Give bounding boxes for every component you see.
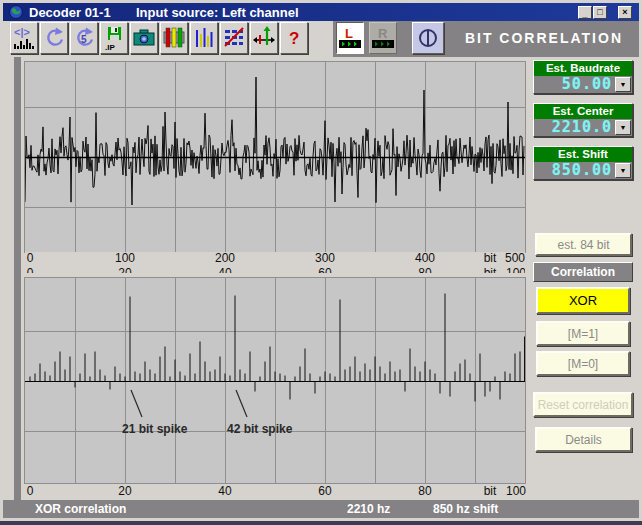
right-channel-icon: R: [371, 25, 395, 51]
save-ip-icon: .IP: [102, 25, 126, 51]
screenshot-button[interactable]: [130, 22, 158, 54]
axis-tick: 100: [506, 485, 526, 498]
status-bar: XOR correlation 2210 hz 850 hz shift: [3, 500, 639, 518]
axis-tick: 80: [418, 485, 431, 498]
upper-plot-canvas: [25, 62, 525, 252]
toolbar: <|> 5 .IP: [3, 21, 333, 57]
axis-tick: 20: [118, 267, 131, 273]
phase-button[interactable]: [412, 22, 444, 54]
status-center-freq: 2210 hz: [347, 502, 390, 516]
maximize-button[interactable]: □: [593, 6, 607, 19]
details-button[interactable]: Details: [535, 427, 632, 452]
axis-tick: 40: [218, 267, 231, 273]
toolbar-right: L R BIT CORRELATION: [333, 21, 639, 57]
refresh-icon: [42, 25, 66, 51]
lower-top-axis-clipped: 0 20 40 60 80 bit 100: [25, 267, 525, 273]
lower-correlation-plot: 21 bit spike 42 bit spike: [25, 278, 525, 483]
refresh-5-button[interactable]: 5: [70, 22, 98, 54]
minimize-button[interactable]: _: [578, 6, 592, 19]
refresh-button[interactable]: [40, 22, 68, 54]
axis-unit-label: bit: [484, 485, 497, 498]
svg-text:.IP: .IP: [105, 43, 115, 51]
title-bar[interactable]: Decoder 01-1 Input source: Left channel …: [3, 3, 639, 21]
axis-tick: 100: [506, 267, 525, 273]
spectrum-zoom-icon: <|>: [12, 25, 36, 51]
decoder-window: Decoder 01-1 Input source: Left channel …: [0, 0, 642, 525]
svg-text:<|>: <|>: [14, 26, 30, 38]
axis-tick: 60: [318, 485, 331, 498]
est-shift-display: 850.00 ▼: [534, 162, 632, 179]
help-button[interactable]: ?: [280, 22, 308, 54]
color-bars-icon: [162, 25, 186, 51]
axis-tick: 200: [215, 252, 235, 265]
refresh-5-icon: 5: [72, 25, 96, 51]
circle-phase-icon: [416, 26, 440, 50]
page-title: BIT CORRELATION: [465, 30, 623, 46]
axis-tick: 400: [415, 252, 435, 265]
left-channel-icon: L: [338, 25, 362, 51]
svg-text:R: R: [378, 26, 388, 41]
correlation-section-header: Correlation: [533, 262, 633, 282]
est-baudrate-display: 50.00 ▼: [534, 76, 632, 93]
axis-tick: 20: [118, 485, 131, 498]
axis-unit-label: bit: [484, 267, 497, 273]
m0-button[interactable]: [M=0]: [536, 351, 630, 376]
svg-text:5: 5: [81, 34, 87, 45]
close-button[interactable]: ×: [618, 6, 632, 19]
est-center-display: 2210.0 ▼: [534, 119, 632, 136]
est-shift-value: 850.00: [552, 162, 612, 179]
chevron-down-icon: ▼: [620, 124, 627, 131]
axis-unit-label: bit: [484, 252, 497, 265]
left-channel-button[interactable]: L: [336, 22, 364, 54]
svg-text:?: ?: [289, 29, 299, 48]
chevron-down-icon: ▼: [620, 167, 627, 174]
svg-text:L: L: [345, 26, 353, 41]
right-channel-button[interactable]: R: [369, 22, 397, 54]
spike-annotation: 21 bit spike: [122, 422, 187, 436]
globe-icon: [9, 5, 23, 19]
axis-tick: 60: [318, 267, 331, 273]
minimize-icon: _: [582, 9, 587, 19]
spike-annotation: 42 bit spike: [227, 422, 292, 436]
help-icon: ?: [282, 25, 306, 51]
left-groove: [14, 57, 21, 500]
spectrum-lines-icon: [192, 25, 216, 51]
est-baudrate-value: 50.00: [562, 76, 612, 93]
close-icon: ×: [622, 7, 627, 17]
est-baudrate-box: Est. Baudrate 50.00 ▼: [533, 60, 633, 94]
upper-correlation-plot: [25, 62, 525, 252]
axis-tick: 0: [27, 485, 34, 498]
chevron-down-icon: ▼: [620, 81, 627, 88]
grid-off-icon: [222, 25, 246, 51]
save-ip-button[interactable]: .IP: [100, 22, 128, 54]
est-baudrate-dropdown[interactable]: ▼: [615, 77, 631, 92]
est-center-box: Est. Center 2210.0 ▼: [533, 103, 633, 137]
axis-tick: 0: [27, 252, 34, 265]
color-bars-button[interactable]: [160, 22, 188, 54]
est-shift-box: Est. Shift 850.00 ▼: [533, 146, 633, 180]
grid-off-button[interactable]: [220, 22, 248, 54]
lower-plot-canvas: [25, 278, 525, 483]
est-shift-label: Est. Shift: [534, 147, 632, 162]
axis-marker-button[interactable]: [250, 22, 278, 54]
status-mode: XOR correlation: [35, 502, 126, 516]
xor-button[interactable]: XOR: [536, 287, 630, 314]
input-source-label: Input source: Left channel: [136, 5, 299, 20]
upper-x-axis: 0 100 200 300 400 bit 500: [25, 252, 525, 267]
axis-marker-icon: [252, 25, 276, 51]
maximize-icon: □: [597, 7, 602, 17]
spectrum-zoom-button[interactable]: <|>: [10, 22, 38, 54]
axis-tick: 300: [315, 252, 335, 265]
est-bits-button[interactable]: est. 84 bit: [535, 233, 632, 256]
window-bottom-edge: [0, 521, 642, 525]
window-title: Decoder 01-1: [29, 5, 111, 20]
est-center-dropdown[interactable]: ▼: [615, 120, 631, 135]
reset-correlation-button[interactable]: Reset correlation: [533, 392, 633, 417]
status-shift-freq: 850 hz shift: [433, 502, 498, 516]
camera-icon: [132, 25, 156, 51]
spectrum-lines-button[interactable]: [190, 22, 218, 54]
axis-tick: 40: [218, 485, 231, 498]
est-shift-dropdown[interactable]: ▼: [615, 163, 631, 178]
m1-button[interactable]: [M=1]: [536, 321, 630, 346]
est-baudrate-label: Est. Baudrate: [534, 61, 632, 76]
